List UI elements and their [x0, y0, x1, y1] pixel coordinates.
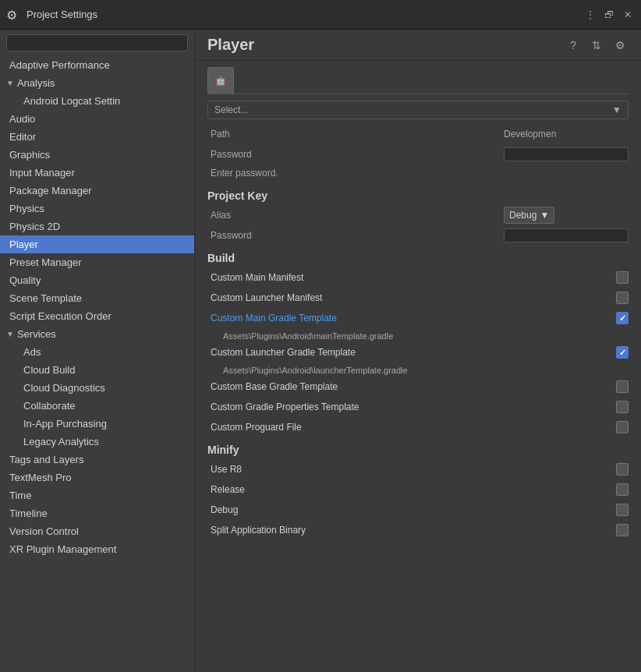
sidebar-item-physics-2d[interactable]: Physics 2D [0, 218, 194, 235]
settings-icon[interactable]: ⚙ [611, 37, 629, 54]
password-input[interactable] [504, 147, 629, 161]
menu-icon[interactable]: ⋮ [583, 8, 597, 22]
minify-section-header: Minify [207, 444, 629, 456]
sidebar-item-tags-and-layers[interactable]: Tags and Layers [0, 451, 194, 469]
sidebar-item-preset-manager[interactable]: Preset Manager [0, 253, 194, 271]
sidebar-item-time[interactable]: Time [0, 486, 194, 504]
build-checkbox-custom-launcher-gradle[interactable] [616, 346, 629, 359]
build-checkbox-custom-main-manifest[interactable] [616, 271, 629, 284]
build-label-custom-launcher-manifest: Custom Launcher Manifest [207, 292, 616, 303]
sidebar-item-physics[interactable]: Physics [0, 200, 194, 218]
main-layout: Adaptive Performance▼AnalysisAndroid Log… [0, 30, 641, 672]
app-icon: ⚙ [6, 8, 20, 22]
build-checkbox-custom-gradle-properties[interactable] [616, 401, 629, 413]
minify-row-debug: Debug [207, 501, 629, 518]
sidebar-item-xr-plugin-management[interactable]: XR Plugin Management [0, 540, 194, 558]
minify-label-debug: Debug [207, 504, 616, 515]
alias-password-label: Password [207, 230, 504, 241]
sidebar-item-script-execution-order[interactable]: Script Execution Order [0, 307, 194, 325]
minify-checkbox-debug[interactable] [616, 504, 629, 516]
split-app-binary-checkbox[interactable] [616, 524, 629, 536]
build-row-custom-launcher-gradle: Custom Launcher Gradle Template [207, 344, 629, 361]
window-title: Project Settings [27, 9, 583, 20]
select-chevron-icon: ▼ [612, 104, 622, 115]
minify-label-release: Release [207, 484, 616, 495]
minify-label-use-r8: Use R8 [207, 464, 616, 475]
build-checkbox-custom-launcher-manifest[interactable] [616, 292, 629, 304]
content-header: Player ? ⇅ ⚙ [195, 30, 641, 61]
sidebar-items-list: Adaptive Performance▼AnalysisAndroid Log… [0, 56, 194, 558]
sidebar-item-textmesh-pro[interactable]: TextMesh Pro [0, 469, 194, 486]
sidebar-item-cloud-diagnostics[interactable]: Cloud Diagnostics [0, 379, 194, 397]
alias-row: Alias Debug ▼ [207, 207, 629, 224]
sidebar-item-version-control[interactable]: Version Control [0, 522, 194, 540]
layout-icon[interactable]: ⇅ [588, 37, 605, 54]
sidebar-item-quality[interactable]: Quality [0, 271, 194, 289]
sidebar-item-timeline[interactable]: Timeline [0, 504, 194, 522]
build-checkbox-custom-base-gradle[interactable] [616, 380, 629, 393]
build-label-custom-base-gradle: Custom Base Gradle Template [207, 381, 616, 392]
platform-tab-active[interactable]: 🤖 [207, 67, 234, 94]
build-label-custom-main-gradle[interactable]: Custom Main Gradle Template [207, 313, 616, 324]
build-row-custom-main-manifest: Custom Main Manifest [207, 269, 629, 286]
build-checkbox-custom-main-gradle[interactable] [616, 312, 629, 324]
sidebar-item-legacy-analytics[interactable]: Legacy Analytics [0, 433, 194, 451]
project-key-header: Project Key [207, 189, 629, 202]
sidebar-search-container [0, 30, 194, 56]
sidebar-section-analysis[interactable]: ▼Analysis [0, 74, 194, 92]
build-label-custom-proguard: Custom Proguard File [207, 422, 616, 433]
header-icons: ? ⇅ ⚙ [565, 37, 629, 54]
content-scroll[interactable]: 🤖 Select... ▼ Path Developmen Password [195, 61, 641, 672]
sidebar-item-android-logcat[interactable]: Android Logcat Settin [0, 92, 194, 110]
triangle-icon: ▼ [6, 79, 14, 87]
sidebar-item-collaborate[interactable]: Collaborate [0, 397, 194, 415]
split-app-binary-label: Split Application Binary [207, 525, 616, 536]
build-path-custom-launcher-gradle: Assets\Plugins\Android\launcherTemplate.… [207, 364, 629, 378]
sidebar-item-ads[interactable]: Ads [0, 343, 194, 361]
build-row-custom-launcher-manifest: Custom Launcher Manifest [207, 289, 629, 306]
sidebar-item-audio[interactable]: Audio [0, 110, 194, 128]
search-input[interactable] [6, 34, 188, 51]
page-title: Player [207, 36, 565, 54]
build-row-custom-proguard: Custom Proguard File [207, 419, 629, 436]
help-icon[interactable]: ? [565, 37, 582, 54]
path-row: Path Developmen [207, 126, 629, 143]
sidebar-item-adaptive-performance[interactable]: Adaptive Performance [0, 56, 194, 74]
triangle-icon: ▼ [6, 330, 14, 338]
sidebar-item-editor[interactable]: Editor [0, 128, 194, 146]
build-section-header: Build [207, 252, 629, 264]
build-row-custom-gradle-properties: Custom Gradle Properties Template [207, 398, 629, 416]
title-bar: ⚙ Project Settings ⋮ 🗗 ✕ [0, 0, 641, 30]
alias-password-input[interactable] [504, 228, 629, 242]
path-label: Path [207, 129, 504, 140]
split-app-binary-row: Split Application Binary [207, 522, 629, 539]
minify-checkbox-release[interactable] [616, 483, 629, 496]
path-value: Developmen [504, 129, 556, 140]
build-checkbox-custom-proguard[interactable] [616, 421, 629, 433]
alias-label: Alias [207, 210, 504, 221]
close-icon[interactable]: ✕ [621, 8, 635, 22]
sidebar-item-in-app-purchasing[interactable]: In-App Purchasing [0, 415, 194, 433]
sidebar-section-label: Services [17, 328, 56, 340]
sidebar-item-scene-template[interactable]: Scene Template [0, 289, 194, 307]
minify-row-use-r8: Use R8 [207, 461, 629, 478]
password-hint: Enter password. [207, 166, 629, 182]
minify-checkbox-use-r8[interactable] [616, 463, 629, 476]
keystore-select[interactable]: Select... ▼ [207, 101, 629, 119]
build-row-custom-main-gradle: Custom Main Gradle Template [207, 309, 629, 327]
sidebar-item-package-manager[interactable]: Package Manager [0, 182, 194, 200]
sidebar-item-player[interactable]: Player [0, 235, 194, 253]
minify-row-release: Release [207, 481, 629, 498]
build-row-custom-base-gradle: Custom Base Gradle Template [207, 378, 629, 395]
sidebar: Adaptive Performance▼AnalysisAndroid Log… [0, 30, 195, 672]
alias-dropdown[interactable]: Debug ▼ [504, 207, 554, 224]
sidebar-section-services[interactable]: ▼Services [0, 325, 194, 343]
sidebar-item-input-manager[interactable]: Input Manager [0, 164, 194, 182]
sidebar-item-cloud-build[interactable]: Cloud Build [0, 361, 194, 379]
password-row: Password [207, 146, 629, 163]
build-path-custom-main-gradle: Assets\Plugins\Android\mainTemplate.grad… [207, 330, 629, 344]
build-label-custom-launcher-gradle: Custom Launcher Gradle Template [207, 347, 616, 358]
select-placeholder: Select... [214, 104, 248, 115]
maximize-icon[interactable]: 🗗 [602, 8, 616, 22]
sidebar-item-graphics[interactable]: Graphics [0, 146, 194, 164]
